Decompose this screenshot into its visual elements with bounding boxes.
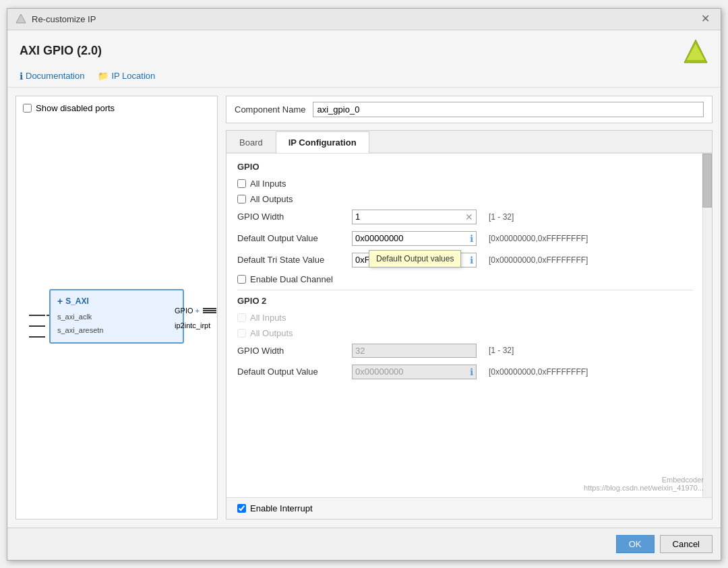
tooltip: Default Output values [369, 250, 461, 267]
default-tri-label: Default Tri State Value [237, 255, 345, 265]
gpio-width-range: [1 - 32] [489, 212, 514, 222]
gpio2-all-outputs-row: All Outputs [237, 328, 693, 338]
gpio2-default-output-input[interactable] [355, 367, 470, 377]
all-inputs-label: All Inputs [250, 179, 286, 189]
default-tri-range: [0x00000000,0xFFFFFFFF] [489, 255, 588, 265]
documentation-link[interactable]: ℹ Documentation [20, 71, 84, 82]
all-outputs-row: All Outputs [237, 194, 693, 204]
xilinx-logo [683, 38, 708, 64]
scrollbar-area[interactable] [702, 154, 712, 497]
gpio2-default-output-label: Default Output Value [237, 367, 345, 377]
svg-marker-0 [16, 14, 26, 23]
watermark-line1: Embedcoder [584, 476, 704, 484]
show-disabled-label: Show disabled ports [36, 103, 115, 113]
default-tri-row: Default Tri State Value ℹ [0x00000000,0x… [237, 253, 693, 267]
tab-content: GPIO All Inputs All Outputs GPIO Width [226, 154, 712, 497]
default-output-info-icon[interactable]: ℹ [470, 233, 473, 244]
title-bar: Re-customize IP ✕ [7, 9, 721, 30]
component-name-label: Component Name [235, 104, 306, 115]
tabs-header: Board IP Configuration [226, 131, 712, 154]
enable-interrupt-row: Enable Interrupt [226, 497, 712, 519]
gpio2-default-output-range: [0x00000000,0xFFFFFFFF] [489, 367, 588, 377]
header-area: AXI GPIO (2.0) ℹ Documentation 📁 IP Loca… [7, 30, 721, 88]
left-panel: Show disabled ports [16, 96, 218, 519]
show-disabled-row: Show disabled ports [23, 103, 210, 113]
default-output-row: Default Output Value ℹ [0x00000000,0xFFF… [237, 231, 693, 246]
all-outputs-label: All Outputs [250, 194, 293, 204]
all-inputs-row: All Inputs [237, 179, 693, 189]
documentation-label: Documentation [26, 71, 84, 81]
gpio2-width-row: GPIO Width [1 - 32] [237, 344, 693, 358]
gpio2-default-output-row: Default Output Value ℹ [0x00000000,0xFFF… [237, 365, 693, 379]
cancel-button[interactable]: Cancel [660, 535, 712, 553]
gpio2-default-output-info-icon[interactable]: ℹ [470, 367, 473, 377]
enable-dual-checkbox[interactable] [237, 275, 246, 284]
gpio-width-input[interactable] [355, 212, 465, 222]
gpio-section: GPIO All Inputs All Outputs GPIO Width [237, 162, 693, 284]
gpio2-width-input-wrapper [352, 344, 477, 358]
title-bar-left: Re-customize IP [16, 13, 96, 24]
ok-button[interactable]: OK [616, 535, 655, 553]
gpio2-all-inputs-row: All Inputs [237, 313, 693, 323]
gpio2-all-inputs-checkbox[interactable] [237, 313, 246, 322]
main-window: Re-customize IP ✕ AXI GPIO (2.0) ℹ Docum… [7, 8, 721, 561]
default-output-input-wrapper: ℹ [352, 231, 477, 246]
gpio2-all-outputs-checkbox[interactable] [237, 329, 246, 338]
close-button[interactable]: ✕ [698, 12, 712, 26]
pin-s-axi-aclk: s_axi_aclk [57, 311, 176, 324]
enable-interrupt-label: Enable Interrupt [250, 503, 313, 513]
app-title-text: AXI GPIO (2.0) [20, 44, 102, 58]
gpio2-width-range: [1 - 32] [489, 346, 514, 355]
gpio2-all-inputs-label: All Inputs [250, 313, 286, 323]
scrollbar-thumb[interactable] [702, 154, 712, 208]
gpio2-width-input[interactable] [355, 346, 473, 356]
tabs-container: Board IP Configuration GPIO All Inputs [226, 130, 712, 519]
gpio-pin: GPIO + [175, 307, 216, 315]
watermark: Embedcoder https://blog.csdn.net/weixin_… [584, 476, 704, 492]
gpio-width-clear-icon[interactable]: ✕ [465, 212, 473, 222]
gpio2-section: GPIO 2 All Inputs All Outputs GPIO Width [237, 296, 693, 379]
app-icon [16, 13, 26, 24]
plus-icon: + [57, 296, 63, 307]
all-outputs-checkbox[interactable] [237, 195, 246, 203]
ip-location-link[interactable]: 📁 IP Location [98, 71, 155, 82]
gpio-width-row: GPIO Width ✕ [1 - 32] [237, 210, 693, 224]
component-name-input[interactable] [313, 102, 704, 117]
header-links: ℹ Documentation 📁 IP Location [20, 71, 708, 87]
default-output-range: [0x00000000,0xFFFFFFFF] [489, 234, 588, 243]
enable-dual-row: Enable Dual Channel [237, 274, 693, 284]
app-title-row: AXI GPIO (2.0) [20, 38, 708, 64]
gpio2-default-output-input-wrapper: ℹ [352, 365, 477, 379]
window-title: Re-customize IP [32, 14, 96, 24]
default-tri-info-icon[interactable]: ℹ [470, 255, 473, 265]
enable-dual-label: Enable Dual Channel [250, 274, 333, 284]
gpio2-width-label: GPIO Width [237, 346, 345, 356]
plus-bus-icon: + [195, 307, 200, 315]
default-output-input[interactable] [355, 233, 470, 243]
bottom-bar: OK Cancel [7, 528, 721, 560]
default-output-label: Default Output Value [237, 233, 345, 243]
location-icon: 📁 [98, 71, 109, 81]
pin-row: s_axi_aclk s_axi_aresetn [57, 311, 176, 338]
tab-board[interactable]: Board [226, 131, 276, 153]
component-name-row: Component Name [226, 96, 712, 123]
watermark-line2: https://blog.csdn.net/weixin_41970... [584, 484, 704, 492]
component-block-title: + S_AXI [57, 296, 176, 307]
info-icon: ℹ [20, 71, 23, 82]
section-divider [237, 290, 693, 290]
gpio2-section-title: GPIO 2 [237, 296, 693, 306]
tab-ip-config[interactable]: IP Configuration [276, 131, 369, 153]
enable-interrupt-checkbox[interactable] [237, 504, 246, 513]
component-block: + S_AXI s_axi_aclk s_axi_aresetn GPIO [49, 289, 184, 344]
gpio2-all-outputs-label: All Outputs [250, 328, 293, 338]
right-panel: Component Name Board IP Configuration GP… [226, 96, 712, 519]
show-disabled-checkbox[interactable] [23, 104, 32, 113]
gpio-width-label: GPIO Width [237, 212, 345, 222]
ip2intc-pin: ip2intc_irpt [175, 321, 210, 329]
gpio-section-title: GPIO [237, 162, 693, 172]
all-inputs-checkbox[interactable] [237, 179, 246, 188]
ip-location-label: IP Location [111, 71, 155, 81]
gpio-width-input-wrapper: ✕ [352, 210, 477, 224]
component-canvas: + S_AXI s_axi_aclk s_axi_aresetn GPIO [23, 121, 210, 512]
pin-s-axi-aresetn: s_axi_aresetn [57, 324, 176, 338]
